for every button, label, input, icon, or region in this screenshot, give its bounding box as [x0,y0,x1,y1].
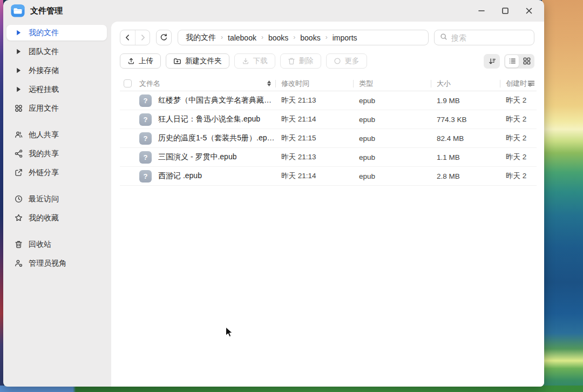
file-created: 昨天 2 [500,96,537,105]
caret-right-icon [14,30,23,36]
grid-view-button[interactable] [520,55,533,67]
forward-button[interactable] [135,30,150,45]
file-modified: 昨天 21:14 [275,171,353,181]
column-header-modified[interactable]: 修改时间 [275,76,353,91]
unknown-file-icon: ? [139,132,152,145]
table-row[interactable]: ?狂人日记：鲁迅小说全集.epub 昨天 21:14 epub 774.3 KB… [120,110,537,129]
delete-button[interactable]: 删除 [280,53,321,69]
unknown-file-icon: ? [139,113,152,126]
file-type: epub [353,172,431,180]
sidebar-item-admin-view[interactable]: 管理员视角 [6,255,107,271]
sidebar-group-gap [3,229,111,236]
sidebar-item-recent[interactable]: 最近访问 [6,191,107,207]
more-button[interactable]: 更多 [326,53,367,69]
refresh-button[interactable] [156,30,172,45]
desktop-wallpaper-right [542,0,583,392]
file-created: 昨天 2 [500,171,537,181]
file-modified: 昨天 21:14 [275,114,353,124]
people-icon [14,131,23,139]
breadcrumb-separator: › [221,33,223,41]
file-size: 82.4 MB [431,134,500,143]
select-all-checkbox[interactable] [124,79,132,87]
sidebar-item-team-files[interactable]: 团队文件 [6,44,107,59]
breadcrumb-item[interactable]: books [300,33,320,42]
caret-right-icon [14,67,23,73]
apps-icon [14,104,23,112]
upload-button[interactable]: 上传 [120,53,161,69]
file-created: 昨天 2 [500,114,537,124]
table-row[interactable]: ?三国演义 - 罗贯中.epub 昨天 21:13 epub 1.1 MB 昨天… [120,148,537,167]
file-name: 三国演义 - 罗贯中.epub [158,152,236,162]
caret-right-icon [14,86,23,92]
view-mode-toggle [504,54,534,69]
sort-order-button[interactable] [484,54,500,69]
share-network-icon [14,150,23,158]
maximize-button[interactable] [501,6,510,15]
sidebar-item-app-files[interactable]: 应用文件 [6,100,107,116]
toolbar: 上传 新建文件夹 下载 删除 更多 [120,53,534,69]
table-row[interactable]: ?西游记 .epub 昨天 21:14 epub 2.8 MB 昨天 2 [120,167,537,186]
sidebar-item-shared-by-others[interactable]: 他人共享 [6,127,107,143]
sort-arrows-icon[interactable] [267,80,271,86]
sidebar-group-gap [3,119,111,127]
content-panel: 我的文件 › talebook › books › books › import… [111,22,544,387]
breadcrumb-item[interactable]: books [268,33,288,42]
column-settings-icon[interactable] [527,79,535,89]
file-table: 文件名 修改时间 类型 大小 创建时 ?红楼梦（中国古典文学名著典藏… 昨天 2… [120,76,537,186]
sidebar-item-recycle-bin[interactable]: 回收站 [6,236,107,252]
search-icon [440,33,448,43]
back-button[interactable] [120,30,135,45]
table-row[interactable]: ?红楼梦（中国古典文学名著典藏… 昨天 21:13 epub 1.9 MB 昨天… [120,91,537,110]
file-size: 774.3 KB [431,116,500,124]
sidebar-item-remote-mount[interactable]: 远程挂载 [6,82,107,97]
file-size: 1.9 MB [431,97,500,105]
file-type: epub [353,153,431,161]
sidebar-item-external-storage[interactable]: 外接存储 [6,63,107,78]
admin-user-icon [14,259,23,267]
sidebar: 我的文件 团队文件 外接存储 远程挂载 应用文件 他人共享 我的共享 [3,22,111,387]
window-controls [477,6,537,15]
sidebar-item-favorites[interactable]: 我的收藏 [6,210,107,226]
table-row[interactable]: ?历史的温度1-5（套装共5册）.epub 昨天 21:15 epub 82.4… [120,129,537,148]
column-header-size[interactable]: 大小 [431,76,500,91]
app-folder-icon [11,4,25,18]
breadcrumb-separator: › [326,33,328,41]
file-size: 2.8 MB [431,172,500,180]
column-header-type[interactable]: 类型 [353,76,431,91]
unknown-file-icon: ? [139,151,152,164]
file-name: 历史的温度1-5（套装共5册）.epub [158,133,275,143]
file-size: 1.1 MB [431,153,500,161]
unknown-file-icon: ? [139,170,152,183]
minimize-button[interactable] [477,6,486,15]
caret-right-icon [14,49,23,55]
column-header-name[interactable]: 文件名 [139,76,275,91]
breadcrumb-item-current[interactable]: imports [333,33,357,42]
file-modified: 昨天 21:13 [275,96,353,105]
file-manager-window: 文件管理 我的文件 团队文件 外接存储 远程挂载 [3,0,544,387]
file-modified: 昨天 21:13 [275,152,353,162]
search-box[interactable] [434,30,534,45]
search-input[interactable] [451,33,528,42]
breadcrumb-separator: › [261,33,263,41]
external-link-icon [14,168,23,177]
sidebar-item-my-files[interactable]: 我的文件 [6,25,107,40]
file-modified: 昨天 21:15 [275,133,353,143]
download-button[interactable]: 下载 [234,53,275,69]
breadcrumb-item[interactable]: talebook [228,33,256,42]
view-controls [484,54,534,69]
breadcrumb-item[interactable]: 我的文件 [186,33,216,43]
list-view-button[interactable] [505,55,519,67]
unknown-file-icon: ? [139,94,152,107]
sidebar-item-external-link-share[interactable]: 外链分享 [6,165,107,180]
navigation-row: 我的文件 › talebook › books › books › import… [120,30,534,45]
file-name: 红楼梦（中国古典文学名著典藏… [158,96,272,105]
sidebar-item-my-shares[interactable]: 我的共享 [6,146,107,161]
new-folder-button[interactable]: 新建文件夹 [166,53,229,69]
trash-icon [14,240,23,248]
clock-icon [14,195,23,203]
star-icon [14,214,23,222]
close-button[interactable] [525,6,533,15]
file-created: 昨天 2 [500,152,537,162]
breadcrumb: 我的文件 › talebook › books › books › import… [178,30,429,45]
sidebar-group-gap [3,184,111,191]
